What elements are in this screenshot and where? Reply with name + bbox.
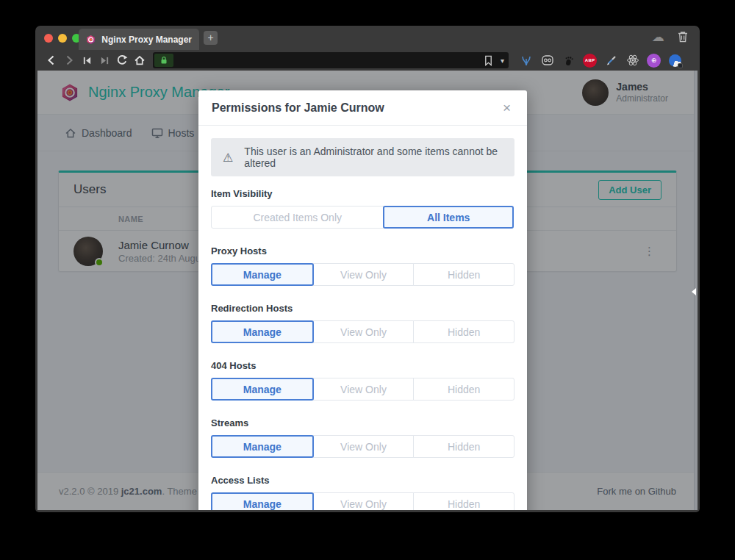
reload-button[interactable] xyxy=(113,54,131,67)
option-hidden[interactable]: Hidden xyxy=(413,378,514,401)
browser-window: Nginx Proxy Manager + ☁ xyxy=(35,26,700,512)
close-window-button[interactable] xyxy=(44,34,53,43)
section-label: Access Lists xyxy=(211,475,514,487)
permissions-modal: Permissions for Jamie Curnow × ⚠ This us… xyxy=(198,90,527,510)
option-all-items[interactable]: All Items xyxy=(383,206,514,229)
forward-button[interactable] xyxy=(60,54,78,67)
option-manage[interactable]: Manage xyxy=(211,492,314,510)
modal-header: Permissions for Jamie Curnow × xyxy=(198,90,527,126)
cookie-clock-extension-icon[interactable] xyxy=(668,54,682,68)
modal-title: Permissions for Jamie Curnow xyxy=(212,101,384,115)
redirection-hosts-options: Manage View Only Hidden xyxy=(211,320,514,343)
trash-icon[interactable] xyxy=(678,31,688,43)
extensions-row: ABP ⊕ xyxy=(519,54,682,68)
option-hidden[interactable]: Hidden xyxy=(413,435,514,458)
option-view-only[interactable]: View Only xyxy=(313,492,415,510)
item-visibility-section: Item Visibility Created Items Only All I… xyxy=(211,188,514,229)
section-label: Proxy Hosts xyxy=(211,245,514,257)
option-created-items-only[interactable]: Created Items Only xyxy=(211,206,384,229)
option-hidden[interactable]: Hidden xyxy=(413,320,514,343)
modal-body: ⚠ This user is an Administrator and some… xyxy=(198,126,527,510)
access-lists-options: Manage View Only Hidden xyxy=(211,492,514,510)
warning-icon: ⚠ xyxy=(223,151,233,165)
home-button[interactable] xyxy=(131,54,148,67)
alert-text: This user is an Administrator and some i… xyxy=(244,146,503,169)
npm-favicon-icon xyxy=(86,34,96,46)
option-view-only[interactable]: View Only xyxy=(313,263,415,286)
panel-toggle-arrow-icon[interactable] xyxy=(692,288,696,295)
404-hosts-options: Manage View Only Hidden xyxy=(211,378,514,401)
browser-toolbar: ▾ ABP xyxy=(35,50,700,71)
proxy-hosts-section: Proxy Hosts Manage View Only Hidden xyxy=(211,245,514,286)
redirection-hosts-section: Redirection Hosts Manage View Only Hidde… xyxy=(211,303,514,343)
bookmark-dropdown-caret-icon[interactable]: ▾ xyxy=(501,57,504,65)
react-devtools-extension-icon[interactable] xyxy=(625,54,639,68)
page-viewport: Nginx Proxy Manager James Administrator … xyxy=(37,71,698,510)
option-manage[interactable]: Manage xyxy=(211,320,314,343)
option-manage[interactable]: Manage xyxy=(211,435,314,458)
option-manage[interactable]: Manage xyxy=(211,263,314,286)
gnome-foot-extension-icon[interactable] xyxy=(562,54,576,68)
option-manage[interactable]: Manage xyxy=(211,378,314,401)
404-hosts-section: 404 Hosts Manage View Only Hidden xyxy=(211,360,514,401)
bookmark-icon[interactable] xyxy=(484,55,493,66)
item-visibility-options: Created Items Only All Items xyxy=(211,206,514,229)
section-label: Streams xyxy=(211,417,514,429)
rewind-button[interactable] xyxy=(78,54,96,67)
tab-title: Nginx Proxy Manager xyxy=(101,35,192,45)
close-icon[interactable]: × xyxy=(500,99,514,116)
https-lock-icon[interactable] xyxy=(154,54,173,67)
adblock-plus-extension-icon[interactable]: ABP xyxy=(583,54,597,68)
section-label: Item Visibility xyxy=(211,188,514,200)
window-controls xyxy=(44,34,81,43)
back-button[interactable] xyxy=(43,54,60,67)
proxy-hosts-options: Manage View Only Hidden xyxy=(211,263,514,286)
section-label: 404 Hosts xyxy=(211,360,514,372)
option-view-only[interactable]: View Only xyxy=(313,435,415,458)
admin-warning-alert: ⚠ This user is an Administrator and some… xyxy=(211,138,514,176)
option-view-only[interactable]: View Only xyxy=(313,378,415,401)
fork-extension-icon[interactable] xyxy=(519,54,533,68)
fast-forward-button[interactable] xyxy=(96,54,113,67)
color-picker-extension-icon[interactable] xyxy=(604,54,618,68)
option-view-only[interactable]: View Only xyxy=(313,320,415,343)
purple-extension-icon[interactable]: ⊕ xyxy=(647,54,661,68)
address-bar[interactable]: ▾ xyxy=(153,52,509,68)
option-hidden[interactable]: Hidden xyxy=(413,492,514,510)
robot-extension-icon[interactable] xyxy=(540,54,554,68)
access-lists-section: Access Lists Manage View Only Hidden xyxy=(211,475,514,510)
sync-cloud-icon[interactable]: ☁ xyxy=(652,29,664,45)
minimize-window-button[interactable] xyxy=(58,34,67,43)
new-tab-button[interactable]: + xyxy=(204,31,218,45)
streams-options: Manage View Only Hidden xyxy=(211,435,514,458)
screenshot-stage: Nginx Proxy Manager + ☁ xyxy=(0,0,735,560)
streams-section: Streams Manage View Only Hidden xyxy=(211,417,514,458)
mini-lock-icon xyxy=(678,63,683,68)
browser-tab[interactable]: Nginx Proxy Manager xyxy=(79,29,199,50)
option-hidden[interactable]: Hidden xyxy=(413,263,514,286)
section-label: Redirection Hosts xyxy=(211,303,514,315)
browser-tab-bar: Nginx Proxy Manager + ☁ xyxy=(35,26,700,50)
